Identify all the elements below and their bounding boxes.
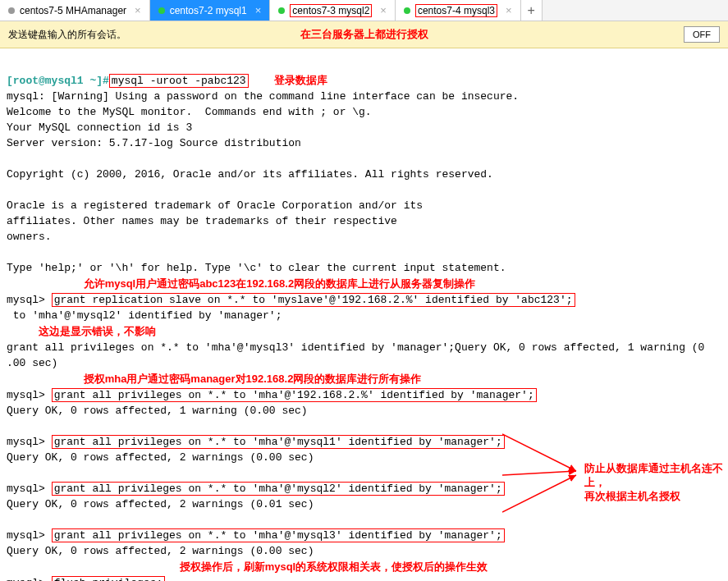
output-line: Oracle is a registered trademark of Orac… <box>7 199 423 212</box>
status-dot-icon <box>278 7 285 14</box>
grant-mha-net-cmd: grant all privileges on *.* to 'mha'@'19… <box>52 388 537 402</box>
output-line: Query OK, 0 rows affected, 2 warnings (0… <box>7 498 314 510</box>
tab-bar: centos7-5 MHAmanager× centos7-2 mysql1× … <box>0 0 728 21</box>
output-line: Server version: 5.7.17-log Source distri… <box>7 137 301 149</box>
broadcast-label: 发送键盘输入的所有会话。 <box>8 28 126 42</box>
grant-mysql2-cmd: grant all privileges on *.* to 'mha'@'my… <box>52 482 505 496</box>
tab-label: centos7-3 mysql2 <box>290 4 372 17</box>
status-dot-icon <box>158 7 165 14</box>
add-tab-button[interactable]: + <box>521 0 543 21</box>
annotation-flush: 授权操作后，刷新mysql的系统权限相关表，使授权后的操作生效 <box>180 560 488 573</box>
tab-label: centos7-4 mysql3 <box>415 4 497 17</box>
shell-prompt: [root@mysql1 ~]# <box>7 75 109 87</box>
output-line: Type 'help;' or '\h' for help. Type '\c'… <box>7 262 506 274</box>
annotation-display-error: 这边是显示错误，不影响 <box>39 325 156 337</box>
output-line: Copyright (c) 2000, 2016, Oracle and/or … <box>7 168 493 181</box>
mysql-prompt: mysql> <box>7 483 45 495</box>
info-bar: 发送键盘输入的所有会话。 在三台服务器上都进行授权 OFF <box>0 21 728 48</box>
close-icon[interactable]: × <box>506 4 512 16</box>
svg-line-2 <box>502 475 576 512</box>
close-icon[interactable]: × <box>255 4 262 16</box>
output-line: Your MySQL connection id is 3 <box>7 121 192 134</box>
output-line: affiliates. Other names may be trademark… <box>7 215 397 227</box>
flush-cmd: flush privileges; <box>52 576 166 581</box>
svg-line-0 <box>502 434 576 471</box>
grant-mysql1-cmd: grant all privileges on *.* to 'mha'@'my… <box>52 435 505 449</box>
output-line: mysql: [Warning] Using a password on the… <box>7 90 519 103</box>
annotation-login: 登录数据库 <box>274 74 327 86</box>
grant-mysql3-cmd: grant all privileges on *.* to 'mha'@'my… <box>52 528 505 542</box>
status-dot-icon <box>404 7 410 14</box>
output-line: .00 sec) <box>7 357 57 369</box>
mysql-prompt: mysql> <box>7 529 45 542</box>
login-command: mysql -uroot -pabc123 <box>109 74 249 88</box>
output-line: Query OK, 0 rows affected, 2 warnings (0… <box>7 451 314 464</box>
terminal-output[interactable]: [root@mysql1 ~]#mysql -uroot -pabc123 登录… <box>0 48 728 581</box>
close-icon[interactable]: × <box>135 4 141 16</box>
tab-mhamanager[interactable]: centos7-5 MHAmanager× <box>0 0 150 21</box>
grant-replication-cmd: grant replication slave on *.* to 'mysla… <box>52 293 575 307</box>
mysql-prompt: mysql> <box>7 389 45 401</box>
annotation-three-servers: 在三台服务器上都进行授权 <box>300 27 428 42</box>
tab-mysql2[interactable]: centos7-3 mysql2× <box>270 0 396 21</box>
tab-mysql1[interactable]: centos7-2 mysql1× <box>150 0 271 21</box>
output-line: to 'mha'@'mysql2' identified by 'manager… <box>7 309 282 322</box>
off-button[interactable]: OFF <box>684 26 720 43</box>
status-dot-icon <box>8 7 15 14</box>
output-line: Query OK, 0 rows affected, 2 warnings (0… <box>7 545 314 557</box>
tab-label: centos7-5 MHAmanager <box>20 5 126 16</box>
output-line: grant all privileges on *.* to 'mha'@'my… <box>7 341 704 354</box>
tab-label: centos7-2 mysql1 <box>170 5 247 16</box>
output-line: owners. <box>7 231 52 243</box>
mysql-prompt: mysql> <box>7 577 45 581</box>
annotation-mha-grant: 授权mha用户通过密码manager对192.168.2网段的数据库进行所有操作 <box>84 373 422 385</box>
tab-mysql3[interactable]: centos7-4 mysql3× <box>396 0 521 21</box>
close-icon[interactable]: × <box>380 4 387 16</box>
svg-line-1 <box>502 471 576 475</box>
annotation-replication: 允许mysql用户通过密码abc123在192.168.2网段的数据库上进行从服… <box>84 277 476 290</box>
mysql-prompt: mysql> <box>7 436 45 448</box>
annotation-hostname: 防止从数据库通过主机名连不上，再次根据主机名授权 <box>584 461 724 503</box>
output-line: Query OK, 0 rows affected, 1 warning (0.… <box>7 405 308 417</box>
output-line: Welcome to the MySQL monitor. Commands e… <box>7 106 372 118</box>
mysql-prompt: mysql> <box>7 294 45 306</box>
